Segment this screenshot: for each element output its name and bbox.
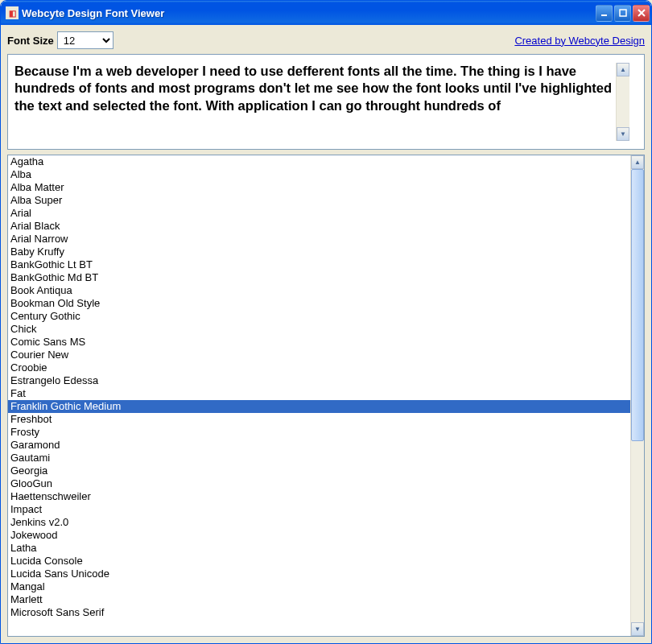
list-item[interactable]: Estrangelo Edessa bbox=[8, 374, 630, 387]
scroll-thumb[interactable] bbox=[631, 169, 644, 441]
list-item[interactable]: GlooGun bbox=[8, 477, 630, 490]
scroll-down-icon[interactable]: ▼ bbox=[617, 127, 629, 141]
list-item[interactable]: Baby Kruffy bbox=[8, 246, 630, 258]
app-icon: ◧ bbox=[6, 6, 19, 19]
list-item[interactable]: Alba Super bbox=[8, 194, 630, 207]
svg-rect-1 bbox=[620, 10, 626, 16]
list-item[interactable]: Fat bbox=[8, 387, 630, 400]
scroll-track[interactable] bbox=[631, 169, 644, 622]
client-area: Font Size 12 Created by Webcyte Design B… bbox=[1, 25, 651, 643]
list-item[interactable]: Alba bbox=[8, 168, 630, 181]
font-size-select[interactable]: 12 bbox=[57, 31, 113, 49]
preview-pane: Because I'm a web developer I need to us… bbox=[7, 54, 645, 150]
preview-scrollbar[interactable]: ▲ ▼ bbox=[616, 63, 629, 141]
list-item[interactable]: BankGothic Lt BT bbox=[8, 258, 630, 271]
list-item[interactable]: Chick bbox=[8, 323, 630, 336]
list-item[interactable]: Arial Narrow bbox=[8, 233, 630, 246]
font-list[interactable]: AgathaAlbaAlba MatterAlba SuperArialAria… bbox=[8, 155, 630, 636]
svg-rect-0 bbox=[601, 14, 607, 16]
list-item[interactable]: Mangal bbox=[8, 580, 630, 593]
window-title: Webcyte Design Font Viewer bbox=[22, 7, 596, 19]
list-item[interactable]: Bookman Old Style bbox=[8, 297, 630, 310]
list-item[interactable]: Garamond bbox=[8, 439, 630, 452]
list-item[interactable]: Croobie bbox=[8, 361, 630, 374]
list-item[interactable]: BankGothic Md BT bbox=[8, 271, 630, 284]
list-item[interactable]: Georgia bbox=[8, 464, 630, 477]
scroll-up-icon[interactable]: ▲ bbox=[617, 63, 629, 76]
list-item[interactable]: Latha bbox=[8, 542, 630, 555]
titlebar: ◧ Webcyte Design Font Viewer bbox=[1, 1, 651, 25]
list-item[interactable]: Jokewood bbox=[8, 529, 630, 542]
credit-link[interactable]: Created by Webcyte Design bbox=[514, 35, 645, 47]
font-size-label: Font Size bbox=[7, 35, 54, 47]
list-item[interactable]: Microsoft Sans Serif bbox=[8, 606, 630, 619]
list-item[interactable]: Haettenschweiler bbox=[8, 490, 630, 503]
maximize-button[interactable] bbox=[614, 5, 631, 22]
preview-text[interactable]: Because I'm a web developer I need to us… bbox=[14, 63, 616, 141]
list-item[interactable]: Gautami bbox=[8, 452, 630, 464]
close-button[interactable] bbox=[633, 5, 650, 22]
list-item[interactable]: Marlett bbox=[8, 593, 630, 606]
list-item[interactable]: Century Gothic bbox=[8, 310, 630, 323]
scroll-down-icon[interactable]: ▼ bbox=[631, 622, 644, 636]
scroll-up-icon[interactable]: ▲ bbox=[631, 155, 644, 169]
list-item[interactable]: Arial Black bbox=[8, 220, 630, 233]
list-scrollbar[interactable]: ▲ ▼ bbox=[630, 155, 644, 636]
list-item[interactable]: Impact bbox=[8, 503, 630, 516]
list-item[interactable]: Arial bbox=[8, 207, 630, 220]
list-item[interactable]: Agatha bbox=[8, 155, 630, 168]
list-item[interactable]: Book Antiqua bbox=[8, 284, 630, 297]
list-item[interactable]: Comic Sans MS bbox=[8, 336, 630, 349]
list-item[interactable]: Jenkins v2.0 bbox=[8, 516, 630, 529]
list-item[interactable]: Lucida Console bbox=[8, 555, 630, 568]
font-list-pane: AgathaAlbaAlba MatterAlba SuperArialAria… bbox=[7, 155, 645, 637]
minimize-button[interactable] bbox=[596, 5, 613, 22]
scroll-track[interactable] bbox=[617, 76, 629, 127]
list-item[interactable]: Courier New bbox=[8, 349, 630, 361]
list-item[interactable]: Alba Matter bbox=[8, 181, 630, 194]
list-item[interactable]: Frosty bbox=[8, 426, 630, 439]
list-item[interactable]: Lucida Sans Unicode bbox=[8, 568, 630, 580]
window-buttons bbox=[596, 5, 650, 22]
list-item[interactable]: Freshbot bbox=[8, 413, 630, 426]
toolbar: Font Size 12 Created by Webcyte Design bbox=[7, 31, 645, 49]
list-item[interactable]: Franklin Gothic Medium bbox=[8, 400, 630, 413]
